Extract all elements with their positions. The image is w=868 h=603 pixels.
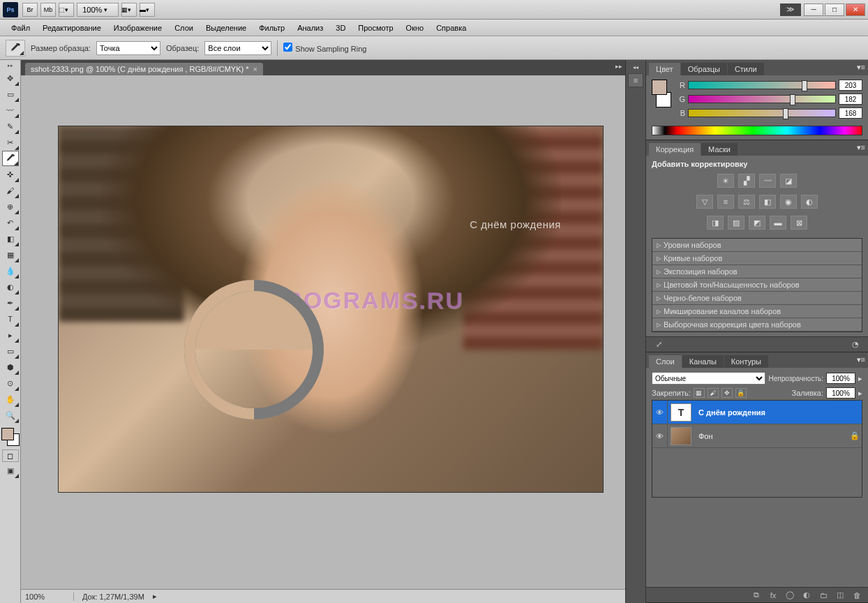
quick-select-tool[interactable]: ✎ [2, 119, 19, 134]
blend-mode-select[interactable]: Обычные [652, 372, 765, 385]
status-menu-icon[interactable]: ▸ [153, 592, 157, 601]
lock-all-icon[interactable]: 🔒 [735, 388, 747, 398]
r-input[interactable] [839, 80, 862, 91]
visibility-icon[interactable]: 👁 [652, 401, 668, 424]
marquee-tool[interactable]: ▭ [2, 87, 19, 102]
hand-tool[interactable]: ✋ [2, 392, 19, 407]
layer-mask-icon[interactable]: ◯ [783, 590, 797, 601]
preset-item[interactable]: Уровни наборов [652, 239, 862, 252]
b-input[interactable] [839, 107, 862, 119]
tab-masks[interactable]: Маски [701, 143, 738, 156]
g-input[interactable] [839, 94, 862, 105]
tab-adjustments[interactable]: Коррекция [649, 143, 701, 156]
minimize-button[interactable]: ─ [804, 3, 823, 16]
shape-tool[interactable]: ▭ [2, 343, 19, 359]
layer-row[interactable]: 👁 Фон 🔒 [652, 424, 862, 448]
color-swatches[interactable] [1, 428, 20, 446]
sampling-ring-checkbox[interactable] [283, 43, 292, 52]
gradientmap-icon[interactable]: ▬ [770, 216, 786, 230]
hue-icon[interactable]: ≡ [717, 195, 734, 209]
tab-swatches[interactable]: Образцы [681, 63, 727, 75]
bw-icon[interactable]: ◧ [759, 195, 776, 209]
layer-fx-icon[interactable]: fx [766, 590, 780, 601]
preset-item[interactable]: Кривые наборов [652, 252, 862, 265]
tab-layers[interactable]: Слои [649, 355, 682, 368]
bridge-button[interactable]: Br [22, 3, 38, 17]
lock-position-icon[interactable]: ✥ [721, 388, 733, 398]
posterize-icon[interactable]: ▨ [728, 216, 744, 230]
gradient-tool[interactable]: ▦ [2, 247, 19, 262]
zoom-select[interactable]: 100% ▾ [77, 3, 119, 17]
eraser-tool[interactable]: ◧ [2, 231, 19, 246]
fill-arrow-icon[interactable]: ▸ [858, 389, 862, 398]
brush-tool[interactable]: 🖌 [2, 183, 19, 198]
document-tab[interactable]: sshot-2333.png @ 100% (С днём рождения ,… [25, 63, 263, 75]
tab-styles[interactable]: Стили [728, 63, 764, 75]
sample-size-select[interactable]: Точка [96, 41, 160, 55]
brightness-icon[interactable]: ☀ [717, 174, 734, 188]
levels-icon[interactable]: ▞ [738, 174, 755, 188]
colorbalance-icon[interactable]: ⚖ [738, 195, 755, 209]
quickmask-toggle[interactable]: ◻ [2, 449, 19, 462]
status-zoom[interactable]: 100% [25, 593, 74, 601]
screenmode-tool[interactable]: ▣ [2, 463, 19, 478]
adjustment-presets-list[interactable]: Уровни наборов Кривые наборов Экспозиция… [652, 238, 862, 332]
adj-expand-icon[interactable]: ⤢ [652, 339, 666, 350]
preset-item[interactable]: Экспозиция наборов [652, 265, 862, 278]
link-layers-icon[interactable]: ⧉ [749, 590, 763, 601]
b-slider[interactable] [688, 109, 836, 117]
opacity-input[interactable] [826, 373, 855, 384]
fill-input[interactable] [826, 387, 855, 399]
preset-item[interactable]: Микширование каналов наборов [652, 305, 862, 318]
history-panel-icon[interactable]: ≡ [628, 73, 643, 87]
panel-color-swatches[interactable] [652, 80, 671, 107]
foreground-color[interactable] [1, 428, 14, 440]
expand-workspace-button[interactable]: ≫ [780, 3, 801, 16]
menu-edit[interactable]: Редактирование [37, 22, 107, 34]
screenmode-button[interactable]: ▬▾ [140, 3, 155, 17]
menu-3d[interactable]: 3D [330, 22, 351, 34]
threshold-icon[interactable]: ◩ [749, 216, 765, 230]
sample-source-select[interactable]: Все слои [204, 41, 271, 55]
canvas-viewport[interactable]: С днём рождения BOXPROGRAMS.RU [21, 75, 625, 589]
layer-thumbnail[interactable] [671, 427, 691, 445]
close-tab-icon[interactable]: × [253, 65, 257, 73]
arrange-button[interactable]: ▦▾ [121, 3, 137, 17]
view-extras-button[interactable]: ⬚▾ [59, 3, 74, 17]
exposure-icon[interactable]: ◪ [780, 174, 797, 188]
menu-select[interactable]: Выделение [200, 22, 252, 34]
menu-file[interactable]: Файл [6, 22, 36, 34]
layer-thumbnail[interactable]: T [671, 403, 691, 422]
3d-tool[interactable]: ⬢ [2, 359, 19, 375]
menu-analysis[interactable]: Анализ [292, 22, 329, 34]
3d-camera-tool[interactable]: ⊙ [2, 375, 19, 391]
crop-tool[interactable]: ✂ [2, 135, 19, 150]
dodge-tool[interactable]: ◐ [2, 279, 19, 295]
tab-color[interactable]: Цвет [649, 63, 680, 75]
menu-window[interactable]: Окно [401, 22, 430, 34]
type-tool[interactable]: T [2, 311, 19, 327]
path-select-tool[interactable]: ▸ [2, 327, 19, 343]
photofilter-icon[interactable]: ◉ [780, 195, 797, 209]
adjustment-layer-icon[interactable]: ◐ [800, 590, 814, 601]
new-layer-icon[interactable]: ◫ [833, 590, 847, 601]
menu-help[interactable]: Справка [431, 22, 472, 34]
lock-transparency-icon[interactable]: ▦ [694, 388, 705, 398]
blur-tool[interactable]: 💧 [2, 263, 19, 278]
tab-paths[interactable]: Контуры [724, 355, 768, 368]
r-slider[interactable] [688, 81, 836, 89]
group-icon[interactable]: 🗀 [816, 590, 830, 601]
curves-icon[interactable]: 〰 [759, 174, 776, 188]
menu-view[interactable]: Просмотр [352, 22, 398, 34]
lock-pixels-icon[interactable]: 🖌 [708, 388, 719, 398]
preset-item[interactable]: Выборочная коррекция цвета наборов [652, 318, 862, 332]
vibrance-icon[interactable]: ▽ [696, 195, 713, 209]
color-spectrum[interactable] [652, 126, 862, 135]
menu-image[interactable]: Изображение [108, 22, 167, 34]
layer-name[interactable]: С днём рождения [694, 408, 862, 417]
invert-icon[interactable]: ◨ [707, 216, 724, 230]
layer-row[interactable]: 👁 T С днём рождения [652, 401, 862, 424]
selectivecolor-icon[interactable]: ⊠ [791, 216, 807, 230]
preset-item[interactable]: Черно-белое наборов [652, 292, 862, 305]
strip-collapse-icon[interactable]: ◂◂ [633, 64, 638, 70]
